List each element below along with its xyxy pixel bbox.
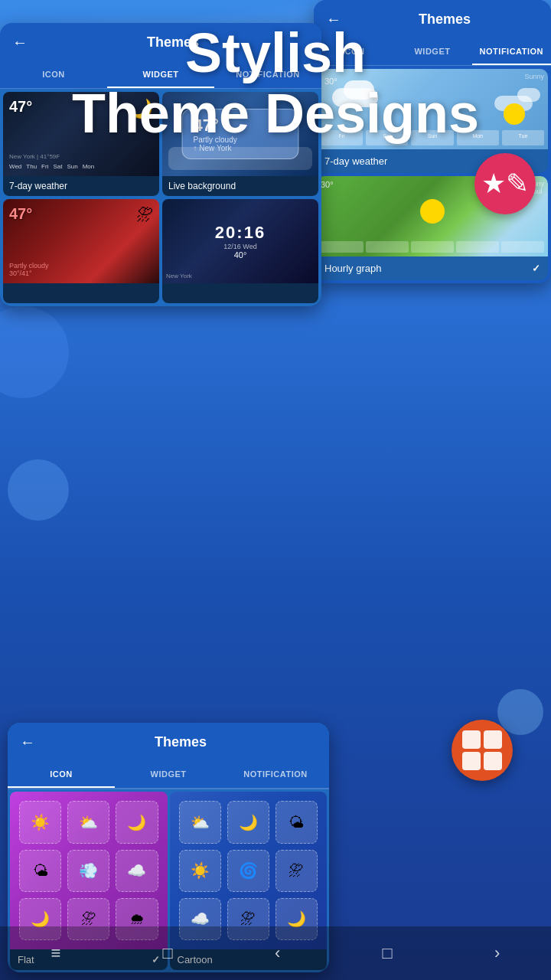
- sun-hourly: [420, 199, 445, 224]
- star-pencil-icon: ★✎: [481, 168, 529, 200]
- icon-flat-sun: ☀️: [19, 801, 61, 843]
- theme-card-red-label: [3, 283, 159, 303]
- nav-home[interactable]: □: [155, 936, 181, 971]
- nav-menu[interactable]: ≡: [44, 936, 69, 971]
- theme-card-dark-label: 7-day weather: [3, 176, 159, 196]
- nav-bar: ≡ □ ‹ □ ›: [0, 926, 551, 980]
- grid-cell-2: [484, 730, 502, 749]
- icon-cartoon-sun: ☀️: [179, 850, 221, 892]
- theme-card-glass-label: Live background: [162, 176, 318, 196]
- icon-cartoon-cloud: ⛅: [179, 801, 221, 843]
- bokeh-2: [8, 459, 69, 521]
- icon-flat-partcloud: 🌤: [19, 850, 61, 892]
- icon-flat-cloud: ⛅: [67, 801, 109, 843]
- temp-red: 47°: [9, 205, 32, 223]
- theme-card-red-img: 47° Partly cloudy 30°/41° ⛈: [3, 199, 159, 283]
- icon-cartoon-moon: 🌙: [227, 801, 269, 843]
- panel-bottom-tabs: ICON WIDGET NOTIFICATION: [8, 762, 329, 789]
- icon-flat-cloud2: ☁️: [116, 850, 158, 892]
- theme-card-red[interactable]: 47° Partly cloudy 30°/41° ⛈: [3, 199, 159, 303]
- icon-flat-moon: 🌙: [116, 801, 158, 843]
- hero-title: Stylish Theme Designs: [0, 23, 551, 144]
- grid-cell-4: [484, 752, 502, 770]
- hero-section: Stylish Theme Designs: [0, 23, 551, 144]
- theme-card-clock-label: [162, 283, 318, 303]
- nav-forward[interactable]: ›: [487, 936, 507, 971]
- grid-cell-3: [462, 752, 481, 770]
- label-hourly: Hourly graph: [324, 263, 381, 274]
- panel-bottom-title: Themes: [44, 734, 317, 750]
- grid-cell-1: [462, 730, 481, 749]
- tab-icon-bottom[interactable]: ICON: [8, 762, 115, 788]
- tab-widget-bottom[interactable]: WIDGET: [115, 762, 222, 788]
- badge-button[interactable]: ★✎: [474, 153, 536, 214]
- icon-cartoon-storm: ⛈: [276, 850, 318, 892]
- icon-cartoon-swirl: 🌀: [227, 850, 269, 892]
- tab-notification-bottom[interactable]: NOTIFICATION: [222, 762, 329, 788]
- label-7day: 7-day weather: [324, 155, 387, 167]
- icon-flat-wind: 💨: [67, 850, 109, 892]
- icon-cartoon-partcloud: 🌤: [276, 801, 318, 843]
- theme-card-clock-img: 20:16 12/16 Wed 40° New York: [162, 199, 318, 283]
- checkmark-hourly: ✓: [532, 263, 540, 274]
- fab-button[interactable]: [452, 720, 513, 781]
- nav-square[interactable]: □: [375, 936, 400, 971]
- right-card-hourly-label: Hourly graph ✓: [317, 256, 548, 280]
- grid-icon: [459, 727, 505, 773]
- panel-bottom-header: ← Themes: [8, 723, 329, 762]
- nav-back[interactable]: ‹: [267, 936, 288, 971]
- panel-bottom-back[interactable]: ←: [20, 733, 35, 751]
- theme-card-clock[interactable]: 20:16 12/16 Wed 40° New York: [162, 199, 318, 303]
- condition-dark: New York | 41°59F Wed Thu Fri Sat Sun Mo…: [9, 153, 153, 170]
